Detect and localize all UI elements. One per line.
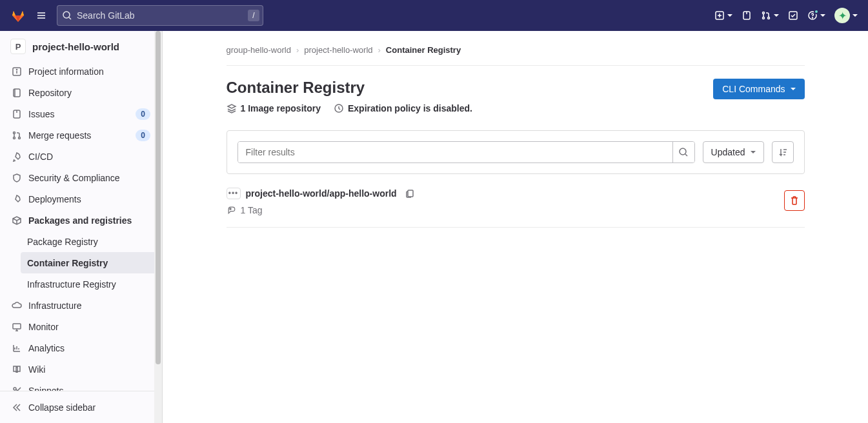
cloud-gear-icon: [12, 300, 22, 311]
button-label: CLI Commands: [722, 84, 785, 94]
tag-icon: [227, 205, 237, 215]
search-wrap: /: [57, 5, 263, 26]
sidebar-item-label: Collapse sidebar: [28, 402, 150, 413]
sidebar-item-label: Package Registry: [27, 237, 98, 247]
sidebar-item-label: Snippets: [28, 386, 150, 391]
svg-point-22: [230, 208, 231, 210]
clock-icon: [334, 103, 344, 113]
help-menu-button[interactable]: [807, 10, 825, 21]
sidebar-project-header[interactable]: P project-hello-world: [0, 31, 162, 61]
delete-repo-button[interactable]: [784, 190, 805, 211]
collapse-sidebar-button[interactable]: Collapse sidebar: [5, 397, 157, 418]
search-input[interactable]: [57, 5, 263, 26]
breadcrumb-item[interactable]: group-hello-world: [227, 45, 291, 55]
project-avatar-badge: P: [10, 39, 26, 54]
rocket-icon: [12, 152, 22, 162]
svg-point-10: [16, 69, 17, 70]
sidebar-item-cicd[interactable]: CI/CD: [5, 146, 157, 167]
sidebar-subitem-package-registry[interactable]: Package Registry: [21, 231, 157, 252]
sidebar-scrollbar[interactable]: [154, 31, 162, 423]
sidebar-scroll-thumb[interactable]: [156, 31, 161, 364]
chevron-down-icon: [791, 88, 796, 90]
layers-icon: [227, 103, 237, 113]
svg-point-17: [14, 388, 16, 390]
user-menu-button[interactable]: [834, 8, 858, 23]
sidebar-item-security[interactable]: Security & Compliance: [5, 167, 157, 188]
sidebar-item-issues[interactable]: Issues 0: [5, 103, 157, 124]
issues-icon: [12, 109, 22, 119]
tag-count-text: 1 Tag: [241, 205, 263, 215]
cli-commands-button[interactable]: CLI Commands: [713, 79, 804, 99]
path-truncation-badge[interactable]: •••: [227, 188, 241, 199]
avatar: [834, 8, 850, 23]
sidebar-item-analytics[interactable]: Analytics: [5, 337, 157, 359]
sidebar-item-label: Security & Compliance: [28, 173, 150, 183]
sort-dropdown-button[interactable]: Updated: [703, 141, 764, 163]
sidebar-subitem-infrastructure-registry[interactable]: Infrastructure Registry: [21, 273, 157, 295]
sidebar-item-label: Repository: [28, 88, 150, 98]
sidebar-subitem-container-registry[interactable]: Container Registry: [21, 252, 157, 273]
breadcrumb-item[interactable]: project-hello-world: [304, 45, 372, 55]
count-badge: 0: [136, 108, 150, 120]
todos-button[interactable]: [788, 10, 798, 21]
sidebar-item-merge-requests[interactable]: Merge requests 0: [5, 124, 157, 146]
info-icon: [12, 66, 22, 77]
sidebar-item-project-information[interactable]: Project information: [5, 61, 157, 82]
chevrons-left-icon: [12, 402, 22, 413]
svg-point-15: [19, 137, 21, 139]
breadcrumb: group-hello-world › project-hello-world …: [227, 41, 805, 66]
chevron-down-icon: [751, 151, 756, 153]
sidebar-item-monitor[interactable]: Monitor: [5, 316, 157, 337]
sidebar-item-wiki[interactable]: Wiki: [5, 359, 157, 380]
svg-point-3: [763, 12, 765, 14]
search-icon: [678, 147, 689, 157]
svg-point-14: [14, 137, 15, 139]
sidebar-item-label: Packages and registries: [28, 215, 150, 226]
book-icon: [12, 364, 22, 375]
merge-requests-shortcut-button[interactable]: [761, 10, 779, 21]
hamburger-menu[interactable]: [31, 5, 52, 26]
new-menu-button[interactable]: [714, 10, 732, 21]
filter-search-button[interactable]: [672, 142, 694, 162]
shield-icon: [12, 173, 22, 183]
page-meta: 1 Image repository Expiration policy is …: [227, 103, 472, 113]
topbar-right: [714, 8, 858, 23]
plus-square-icon: [714, 10, 725, 21]
gitlab-logo[interactable]: [10, 8, 26, 23]
svg-point-13: [14, 132, 15, 133]
count-badge: 0: [136, 130, 150, 141]
sort-desc-icon: [778, 147, 788, 157]
sidebar-item-repository[interactable]: Repository: [5, 82, 157, 103]
repo-count-text: 1 Image repository: [241, 103, 321, 113]
image-repository-row: ••• project-hello-world/app-hello-world …: [227, 174, 805, 228]
sidebar-nav: Project information Repository Issues 0 …: [0, 61, 162, 391]
page-title: Container Registry: [227, 79, 472, 97]
copy-path-button[interactable]: [402, 186, 418, 201]
sidebar-item-label: Wiki: [28, 364, 150, 375]
expiration-text: Expiration policy is disabled.: [348, 103, 472, 113]
repo-name-link[interactable]: project-hello-world/app-hello-world: [246, 188, 397, 199]
sidebar-item-snippets[interactable]: Snippets: [5, 380, 157, 391]
filter-bar: Updated: [227, 130, 805, 174]
issues-icon: [742, 10, 752, 21]
project-name: project-hello-world: [32, 41, 119, 52]
issues-shortcut-button[interactable]: [742, 10, 752, 21]
chevron-down-icon: [727, 14, 732, 17]
sidebar-item-label: Deployments: [28, 194, 150, 204]
chevron-down-icon: [820, 14, 825, 17]
sidebar-item-packages-registries[interactable]: Packages and registries: [5, 210, 157, 231]
svg-point-5: [768, 17, 770, 19]
sidebar-item-infrastructure[interactable]: Infrastructure: [5, 295, 157, 316]
svg-rect-21: [408, 190, 413, 197]
sidebar-item-label: Project information: [28, 66, 150, 77]
main-content: group-hello-world › project-hello-world …: [163, 31, 868, 423]
filter-input-group: [237, 141, 695, 163]
merge-request-icon: [12, 130, 22, 141]
chevron-right-icon: ›: [378, 45, 381, 55]
svg-point-8: [812, 17, 813, 18]
trash-icon: [789, 195, 800, 206]
sort-direction-button[interactable]: [772, 141, 794, 163]
filter-input[interactable]: [238, 142, 672, 162]
sidebar-item-deployments[interactable]: Deployments: [5, 188, 157, 210]
sort-label: Updated: [711, 147, 745, 157]
